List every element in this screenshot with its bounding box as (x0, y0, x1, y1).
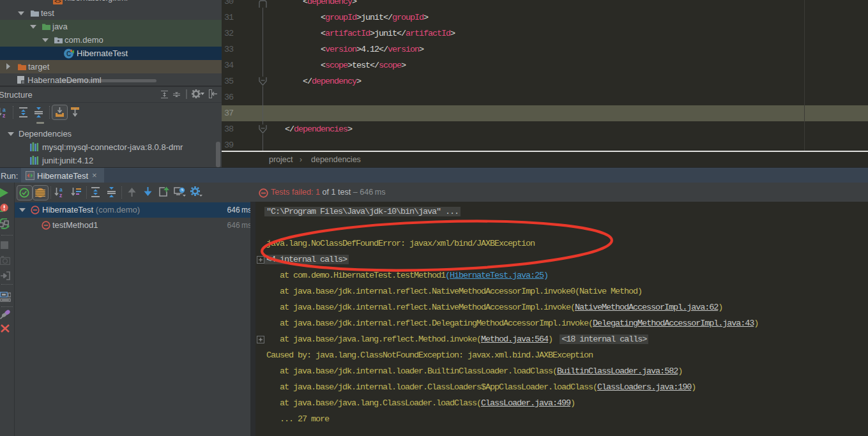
svg-text:z: z (3, 112, 5, 118)
svg-text:<>: <> (54, 0, 61, 4)
svg-text:z: z (59, 192, 62, 198)
svg-text:C: C (66, 50, 71, 57)
